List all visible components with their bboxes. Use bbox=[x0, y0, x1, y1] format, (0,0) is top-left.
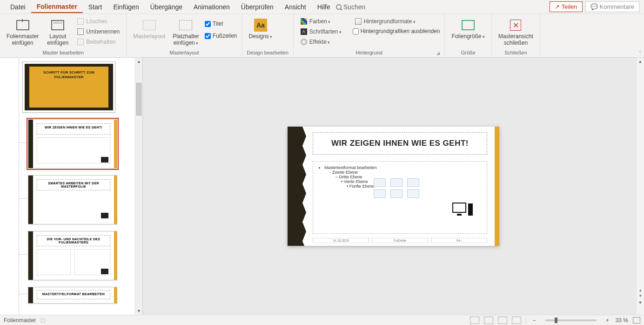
rename-button[interactable]: Umbenennen bbox=[75, 27, 121, 36]
colors-icon bbox=[301, 18, 307, 25]
tab-start[interactable]: Start bbox=[83, 1, 108, 13]
slide-master-icon bbox=[16, 20, 29, 30]
slide-editor[interactable]: WIR ZEIGEN IHNEN WIE ES GEHT! Mastertext… bbox=[143, 58, 644, 315]
group-masterlayout: Masterlayout Platzhalter einfügen Titel … bbox=[127, 14, 242, 57]
tree-line bbox=[19, 58, 19, 315]
decorative-bar bbox=[495, 127, 499, 246]
content-placeholder[interactable]: Mastertextformat bearbeiten Zweite Ebene… bbox=[313, 161, 487, 234]
comments-button[interactable]: 💬 Kommentare bbox=[585, 1, 639, 12]
layout-thumbnail-1[interactable]: WIR ZEIGEN IHNEN WIE ES GEHT! bbox=[28, 119, 117, 169]
insert-chart-icon[interactable] bbox=[390, 178, 402, 187]
colors-button[interactable]: Farben bbox=[298, 17, 343, 26]
next-slide-button[interactable]: ▾ bbox=[639, 293, 642, 298]
hide-bg-graphics-checkbox[interactable]: Hintergrundgrafiken ausblenden bbox=[353, 27, 440, 35]
layout-thumbnail-3[interactable]: DIE VOR- UND NACHTEILE DES FOLIENMASTERS bbox=[28, 231, 117, 280]
group-label: Größe bbox=[449, 49, 487, 57]
status-mode: Folienmaster bbox=[4, 317, 36, 324]
search-icon bbox=[336, 4, 342, 10]
search-placeholder: Suchen bbox=[343, 3, 365, 11]
slideshow-view-button[interactable] bbox=[512, 317, 521, 324]
group-label: Master bearbeiten bbox=[5, 49, 121, 57]
zoom-in-button[interactable]: + bbox=[604, 317, 611, 324]
scroll-up-icon[interactable]: ▲ bbox=[637, 58, 644, 65]
insert-layout-button[interactable]: Layout einfügen bbox=[44, 17, 71, 47]
fonts-icon: A bbox=[301, 28, 307, 35]
comment-icon: 💬 bbox=[590, 3, 598, 10]
themes-icon: Aa bbox=[254, 19, 267, 32]
status-bar: Folienmaster ⬚ − + 33 % bbox=[0, 315, 644, 325]
normal-view-button[interactable] bbox=[470, 317, 479, 324]
slide-size-icon bbox=[462, 20, 475, 30]
fit-to-window-button[interactable] bbox=[633, 317, 640, 324]
slide-number-placeholder[interactable]: ‹Nr.› bbox=[431, 238, 487, 243]
share-button[interactable]: ↗ Teilen bbox=[550, 1, 583, 12]
title-checkbox[interactable]: Titel bbox=[205, 20, 237, 28]
close-master-view-button[interactable]: ✕ Masteransicht schließen bbox=[496, 17, 535, 47]
accessibility-icon[interactable]: ⬚ bbox=[40, 317, 45, 323]
insert-slide-master-button[interactable]: Folienmaster einfügen bbox=[5, 17, 40, 47]
footer-placeholder[interactable]: Fußzeile bbox=[372, 238, 428, 243]
delete-button: Löschen bbox=[75, 17, 121, 26]
thumbnail-scrollbar[interactable]: ▲ ▼ bbox=[135, 58, 142, 315]
prev-slide-button[interactable]: ▴ bbox=[639, 288, 642, 292]
reading-view-button[interactable] bbox=[498, 317, 507, 324]
background-styles-icon bbox=[355, 18, 362, 25]
effects-icon bbox=[301, 39, 307, 45]
group-schliessen: ✕ Masteransicht schließen Schließen bbox=[492, 14, 540, 57]
scroll-handle[interactable] bbox=[136, 83, 141, 115]
slide-sorter-view-button[interactable] bbox=[484, 317, 493, 324]
insert-online-picture-icon[interactable] bbox=[390, 190, 402, 198]
bullet-l1: Mastertextformat bearbeiten bbox=[324, 165, 482, 170]
tab-animationen[interactable]: Animationen bbox=[188, 1, 235, 13]
placeholder-icon bbox=[179, 20, 192, 30]
master-thumbnail[interactable]: SCHRITT FÜR SCHRITT ZUM FOLIENMASTER bbox=[22, 61, 115, 113]
tab-ueberpruefen[interactable]: Überprüfen bbox=[235, 1, 279, 13]
content-type-icons[interactable] bbox=[374, 178, 421, 198]
title-placeholder[interactable]: WIR ZEIGEN IHNEN WIE ES GEHT! bbox=[313, 132, 487, 155]
bullet-l2: Zweite Ebene bbox=[330, 170, 482, 175]
scroll-down-icon[interactable]: ▼ bbox=[637, 299, 644, 306]
zoom-slider[interactable] bbox=[545, 319, 597, 321]
collapse-ribbon-button[interactable]: ˄ bbox=[639, 50, 641, 55]
insert-placeholder-button[interactable]: Platzhalter einfügen bbox=[171, 17, 201, 47]
group-label: Masterlayout bbox=[131, 49, 237, 57]
insert-picture-icon[interactable] bbox=[374, 190, 386, 198]
thumbnail-panel: SCHRITT FÜR SCHRITT ZUM FOLIENMASTER WIR… bbox=[0, 58, 143, 315]
share-icon: ↗ bbox=[555, 3, 560, 10]
insert-smartart-icon[interactable] bbox=[407, 178, 419, 187]
close-icon: ✕ bbox=[510, 20, 521, 31]
group-master-bearbeiten: Folienmaster einfügen Layout einfügen Lö… bbox=[0, 14, 127, 57]
footer-placeholders: 14.10.2019 Fußzeile ‹Nr.› bbox=[313, 238, 487, 243]
layout-thumbnail-4[interactable]: MASTERTITELFORMAT BEARBEITEN bbox=[28, 287, 117, 304]
zoom-out-button[interactable]: − bbox=[531, 317, 538, 324]
delete-icon bbox=[77, 18, 84, 25]
effects-button[interactable]: Effekte bbox=[298, 37, 343, 47]
scroll-down-icon[interactable]: ▼ bbox=[135, 307, 142, 315]
group-label: Schließen bbox=[496, 49, 535, 57]
tell-me-search[interactable]: Suchen bbox=[336, 3, 365, 11]
layout-icon bbox=[51, 20, 64, 30]
decorative-wave bbox=[288, 127, 306, 246]
slide-canvas[interactable]: WIR ZEIGEN IHNEN WIE ES GEHT! Mastertext… bbox=[288, 127, 499, 246]
tab-hilfe[interactable]: Hilfe bbox=[312, 1, 336, 13]
tab-einfuegen[interactable]: Einfügen bbox=[107, 1, 144, 13]
insert-table-icon[interactable] bbox=[374, 178, 386, 187]
tab-datei[interactable]: Datei bbox=[5, 1, 31, 13]
slide-size-button[interactable]: Foliengröße bbox=[449, 17, 487, 41]
footers-checkbox[interactable]: Fußzeilen bbox=[205, 32, 237, 40]
tab-folienmaster[interactable]: Folienmaster bbox=[31, 1, 83, 13]
background-styles-button[interactable]: Hintergrundformate bbox=[353, 17, 440, 26]
date-placeholder[interactable]: 14.10.2019 bbox=[313, 238, 369, 243]
group-design-bearbeiten: Aa Designs Design bearbeiten bbox=[242, 14, 294, 57]
scroll-up-icon[interactable]: ▲ bbox=[135, 58, 142, 65]
tab-uebergaenge[interactable]: Übergänge bbox=[145, 1, 188, 13]
layout-thumbnail-2[interactable]: SMARTES ARBEITEN MIT DER MASTERFOLIE bbox=[28, 175, 117, 224]
insert-video-icon[interactable] bbox=[407, 190, 419, 198]
zoom-level[interactable]: 33 % bbox=[616, 317, 628, 324]
editor-scrollbar[interactable]: ▲ ▼ ▴ ▾ bbox=[637, 58, 644, 315]
rename-icon bbox=[77, 28, 84, 35]
tab-ansicht[interactable]: Ansicht bbox=[279, 1, 312, 13]
designs-button[interactable]: Aa Designs bbox=[247, 17, 275, 41]
dialog-launcher[interactable]: ◢ bbox=[436, 51, 440, 55]
fonts-button[interactable]: ASchriftarten bbox=[298, 27, 343, 36]
